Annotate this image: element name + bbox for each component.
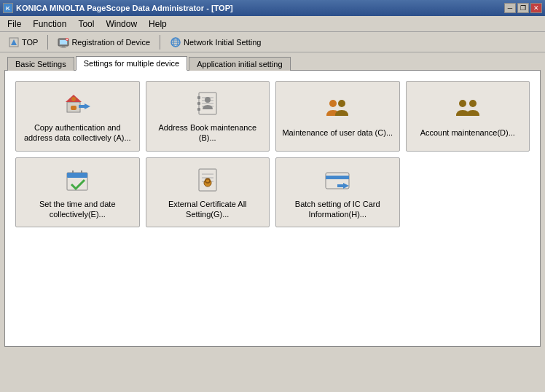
menu-window[interactable]: Window xyxy=(100,17,143,31)
btn-certificate[interactable]: External Certificate All Setting(G)... xyxy=(146,157,270,228)
svg-rect-21 xyxy=(79,105,86,108)
svg-point-33 xyxy=(459,100,466,107)
svg-point-34 xyxy=(469,100,477,107)
svg-rect-49 xyxy=(337,184,345,187)
svg-rect-19 xyxy=(71,106,77,110)
svg-rect-24 xyxy=(197,102,200,105)
copy-auth-icon xyxy=(63,89,92,118)
tab-app-initial[interactable]: Application initial setting xyxy=(189,57,290,71)
time-date-icon xyxy=(63,165,92,195)
window-controls: ─ ❐ ✕ xyxy=(504,3,542,13)
btn-account[interactable]: Account maintenance(D)... xyxy=(406,81,530,152)
close-btn[interactable]: ✕ xyxy=(530,3,542,13)
menu-bar: File Function Tool Window Help xyxy=(0,16,545,32)
tab-bar: Basic Settings Settings for multiple dev… xyxy=(7,55,541,70)
btn-ic-card-label: Batch setting of IC Card Information(H).… xyxy=(282,199,393,220)
svg-text:K: K xyxy=(6,5,10,12)
title-bar: K KONICA MINOLTA PageScope Data Administ… xyxy=(0,0,545,16)
btn-ic-card[interactable]: Batch setting of IC Card Information(H).… xyxy=(275,157,400,228)
user-data-icon xyxy=(323,94,352,123)
btn-user-data-label: Maintenance of user data (C)... xyxy=(282,128,393,138)
device-icon xyxy=(58,36,69,48)
btn-account-label: Account maintenance(D)... xyxy=(420,128,515,138)
app-icon: K xyxy=(3,3,13,13)
toolbar-network-label: Network Initial Setting xyxy=(184,38,261,47)
toolbar: TOP Registration of Device xyxy=(0,32,545,52)
svg-rect-47 xyxy=(326,176,349,179)
minimize-btn[interactable]: ─ xyxy=(504,3,516,13)
btn-user-data[interactable]: Maintenance of user data (C)... xyxy=(275,81,400,152)
tab-container: Basic Settings Settings for multiple dev… xyxy=(0,52,545,347)
btn-time-date-label: Set the time and date collectively(E)... xyxy=(22,199,133,220)
restore-btn[interactable]: ❐ xyxy=(517,3,529,13)
toolbar-top[interactable]: TOP xyxy=(3,34,43,50)
svg-rect-5 xyxy=(60,40,67,44)
menu-file[interactable]: File xyxy=(1,17,27,31)
menu-help[interactable]: Help xyxy=(143,17,173,31)
btn-address-book[interactable]: Address Book maintenance (B)... xyxy=(146,81,270,152)
tab-multiple-device[interactable]: Settings for multiple device xyxy=(76,56,187,71)
svg-rect-23 xyxy=(197,96,200,99)
toolbar-network[interactable]: Network Initial Setting xyxy=(165,34,266,50)
menu-function[interactable]: Function xyxy=(27,17,72,31)
svg-point-18 xyxy=(71,97,76,101)
menu-tool[interactable]: Tool xyxy=(72,17,100,31)
svg-point-32 xyxy=(338,100,345,107)
btn-certificate-label: External Certificate All Setting(G)... xyxy=(152,199,264,220)
btn-copy-auth-label: Copy authentication and address data col… xyxy=(22,122,133,144)
address-book-icon xyxy=(193,89,222,118)
btn-copy-auth[interactable]: Copy authentication and address data col… xyxy=(15,81,140,152)
function-grid: Copy authentication and address data col… xyxy=(12,78,533,230)
toolbar-top-label: TOP xyxy=(22,38,38,47)
svg-point-31 xyxy=(329,100,337,107)
svg-rect-36 xyxy=(67,173,87,178)
btn-time-date[interactable]: Set the time and date collectively(E)... xyxy=(15,157,140,228)
toolbar-registration-label: Registration of Device xyxy=(71,38,150,47)
tab-basic-settings[interactable]: Basic Settings xyxy=(7,57,74,71)
toolbar-registration[interactable]: Registration of Device xyxy=(52,34,155,50)
account-icon xyxy=(453,94,482,123)
content-panel: Copy authentication and address data col… xyxy=(4,70,541,347)
btn-address-book-label: Address Book maintenance (B)... xyxy=(152,122,264,144)
network-icon xyxy=(170,36,181,48)
certificate-icon xyxy=(193,165,222,195)
svg-rect-25 xyxy=(197,108,200,111)
window-title: KONICA MINOLTA PageScope Data Administra… xyxy=(16,4,233,12)
top-icon xyxy=(8,36,20,48)
ic-card-icon xyxy=(323,165,352,195)
svg-point-30 xyxy=(205,97,211,103)
